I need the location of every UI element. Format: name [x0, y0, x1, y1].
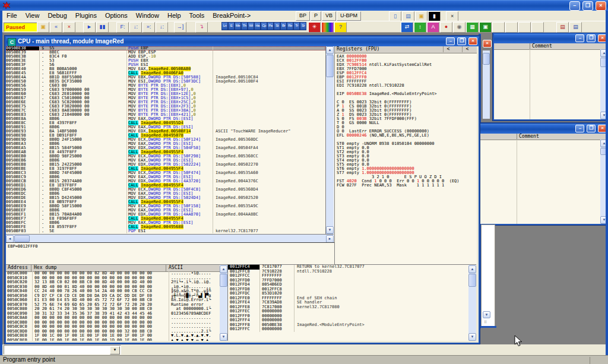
- spiral-button[interactable]: ◉: [453, 22, 466, 33]
- resize-grip[interactable]: ⠿: [484, 320, 492, 325]
- menu-item-plugins[interactable]: Plugins: [71, 11, 101, 21]
- comment-window-top-title[interactable]: – ❐ ×: [494, 34, 606, 43]
- restart-button[interactable]: «: [50, 22, 62, 33]
- pane-button-sr[interactable]: Sr: [300, 22, 306, 30]
- register-line[interactable]: EDI 7C910228 ntdll.7C910228: [337, 84, 477, 88]
- animate-into-button[interactable]: »:: [142, 22, 155, 33]
- pane-button-br[interactable]: Br: [280, 22, 287, 30]
- dump-row[interactable]: 0050C0F01E 00 1F 00 1E 00 1F 00 1F 00 1D…: [6, 338, 220, 341]
- p-button[interactable]: P: [311, 11, 321, 21]
- cpu-window[interactable]: CCPU - main thread, module ImageRed – ❐ …: [5, 36, 480, 344]
- dump-header-hex[interactable]: Hex dump: [34, 265, 57, 271]
- stack-pane[interactable]: 0012FFC47C817077RETURN to kernel32.7C817…: [227, 264, 469, 341]
- u-bpm-button[interactable]: U-BPM: [337, 11, 361, 21]
- pane-button-st[interactable]: St: [274, 22, 280, 30]
- comment-top-maximize-button[interactable]: ❐: [587, 34, 596, 42]
- pause-button[interactable]: ▮▮: [96, 22, 109, 33]
- register-line[interactable]: T 0 GS 0000 NULL: [337, 121, 477, 125]
- menu-item-view[interactable]: View: [21, 11, 44, 21]
- comment-column-header[interactable]: Comment: [519, 134, 539, 139]
- register-line[interactable]: EIP 0050BE38 ImageRed.<ModuleEntryPoint>: [337, 92, 477, 96]
- pane-button-th[interactable]: Th: [241, 22, 248, 30]
- command-dropdown-button[interactable]: ▼: [110, 346, 120, 354]
- close-button[interactable]: ×: [596, 1, 606, 11]
- stack-vscrollbar[interactable]: ▲ ▼: [468, 264, 476, 341]
- animate-over-button[interactable]: ↓:: [156, 22, 168, 33]
- pane-button-pa[interactable]: Pa: [267, 22, 274, 30]
- registers-pane[interactable]: Registers (FPU) < < EAX 00000000ECX 0012…: [334, 46, 477, 264]
- close-program-button[interactable]: ×: [63, 22, 75, 33]
- registers-prev-button[interactable]: <: [443, 46, 453, 52]
- hidden-scroll-down-button[interactable]: ▼: [483, 311, 490, 318]
- keyboard-101-button[interactable]: ▦: [466, 22, 479, 33]
- pane-button-tr[interactable]: Tr: [293, 22, 300, 30]
- hidden-window-close-button[interactable]: ×: [483, 40, 492, 48]
- menu-item-window[interactable]: Window: [132, 11, 163, 21]
- disasm-vscrollbar[interactable]: ▲ ▼: [326, 46, 334, 234]
- step-over-button[interactable]: ↓:: [129, 22, 142, 33]
- pane-button-ln[interactable]: Ln: [221, 22, 228, 30]
- pane-button-e[interactable]: E: [228, 22, 235, 30]
- registers-next-button[interactable]: <: [462, 46, 472, 52]
- comment-top-close-button[interactable]: ×: [598, 34, 606, 42]
- comment-mid-scrollbar[interactable]: ▲ ▼: [600, 140, 606, 224]
- open-file-button[interactable]: ▣: [37, 22, 49, 33]
- disassembly-pane[interactable]: 0050BE38$55PUSH EBP0050BE39.8BECMOV EBP,…: [6, 46, 326, 234]
- swap-arrows-button[interactable]: ⇄: [401, 22, 413, 33]
- command-combobox[interactable]: ▼: [4, 345, 121, 354]
- disasm-hscrollbar[interactable]: ◄ ►: [6, 234, 334, 242]
- minimize-button[interactable]: –: [569, 1, 580, 11]
- red-ball-button[interactable]: ●: [440, 22, 452, 33]
- breakpoint-list-button[interactable]: ▤: [556, 22, 569, 33]
- blank-button-4[interactable]: [531, 22, 544, 33]
- bp-button[interactable]: BP: [296, 11, 310, 21]
- blank-button-3[interactable]: [518, 22, 531, 33]
- register-line[interactable]: FCW 027F Prec NEAR,53 Mask 1 1 1 1 1 1: [337, 183, 477, 188]
- dump-vscrollbar[interactable]: ▲ ▼: [220, 264, 227, 341]
- pane-button-cp[interactable]: Cp: [261, 22, 267, 30]
- comment-mid-close-button[interactable]: ×: [598, 125, 606, 132]
- vb-button[interactable]: VB: [322, 11, 336, 21]
- step-into-button[interactable]: F:: [116, 22, 129, 33]
- cpu-window-title-bar[interactable]: CCPU - main thread, module ImageRed – ❐ …: [6, 37, 479, 46]
- options-gear-button[interactable]: ✳: [308, 22, 321, 33]
- hidden-window-scrollbar[interactable]: [483, 50, 490, 119]
- run-button[interactable]: ►: [83, 22, 96, 33]
- comment-top-minimize-button[interactable]: –: [575, 34, 584, 42]
- go-to-address-button[interactable]: ↴: [195, 22, 208, 33]
- comment-top-scrollbar[interactable]: ▲ ▼: [600, 49, 606, 119]
- help-button[interactable]: ?: [334, 22, 347, 33]
- pane-button-re[interactable]: Re: [287, 22, 293, 30]
- menu-item-debug[interactable]: Debug: [43, 11, 71, 21]
- stack-row[interactable]: 0012FFFC00000000: [228, 327, 469, 332]
- dump-header-address[interactable]: Address: [8, 265, 28, 271]
- menu-item-breakpoint[interactable]: BreakPoint->: [208, 11, 255, 21]
- appearance-button[interactable]: [321, 22, 334, 33]
- pane-button-wi[interactable]: Wi: [248, 22, 254, 30]
- pane-button-ha[interactable]: Ha: [254, 22, 261, 30]
- menu-item-options[interactable]: Options: [101, 11, 132, 21]
- cpu-maximize-button[interactable]: ❐: [457, 37, 466, 45]
- cpu-minimize-button[interactable]: –: [446, 37, 455, 45]
- comment-mid-maximize-button[interactable]: ❐: [587, 125, 596, 132]
- comment-window-middle[interactable]: – ❐ × Comment ▲ ▼: [479, 123, 606, 225]
- execute-till-return-button[interactable]: →]: [174, 22, 186, 33]
- info-pane[interactable]: EBP=0012FFF0: [6, 242, 335, 266]
- dump-pane[interactable]: Address Hex dump ASCII 0050C00000 00 00 …: [6, 264, 220, 341]
- pane-button-me[interactable]: Me: [235, 22, 241, 30]
- menu-item-tools[interactable]: Tools: [185, 11, 209, 21]
- menu-item-help[interactable]: Help: [163, 11, 185, 21]
- assemble-a-button[interactable]: A: [427, 22, 439, 33]
- comment-window-top[interactable]: – ❐ × Comment ▲ ▼: [493, 33, 606, 121]
- comment-window-middle-title[interactable]: – ❐ ×: [480, 124, 606, 134]
- menu-item-file[interactable]: File: [2, 11, 21, 21]
- restore-button[interactable]: ❐: [582, 1, 593, 11]
- register-line[interactable]: EFL 00000246 (NO,NB,E,BE,NS,PE,GE,LE): [337, 134, 477, 138]
- blank-button-2[interactable]: [505, 22, 518, 33]
- screen-button[interactable]: ▣: [479, 22, 492, 33]
- blank-button-1[interactable]: [492, 22, 505, 33]
- run-trace-button[interactable]: ▤: [569, 22, 582, 33]
- comment-mid-minimize-button[interactable]: –: [575, 125, 584, 132]
- dump-header-ascii[interactable]: ASCII: [169, 265, 183, 271]
- updown-button[interactable]: ↕: [414, 22, 426, 33]
